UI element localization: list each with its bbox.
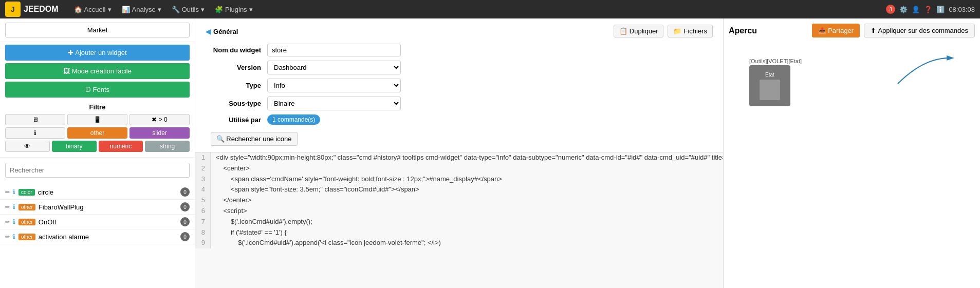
nav-analyse[interactable]: 📊 Analyse ▾	[117, 0, 167, 18]
filter-row-3: 👁 binary numeric string	[5, 141, 190, 152]
list-item[interactable]: ✏ ℹ other FibaroWallPlug 0	[0, 200, 195, 215]
apercu-section: Apercu 📤 Partager ⬆ Appliquer sur des co…	[723, 18, 980, 288]
edit-icon: ✏	[5, 234, 10, 240]
line-code: <span class='cmdName' style="font-weight…	[211, 174, 502, 185]
nav-outils[interactable]: 🔧 Outils ▾	[167, 0, 210, 18]
widget-name-label: Nom du widget	[206, 46, 267, 54]
line-code: $('.iconCmd#uid#').append('<i class="ico…	[211, 238, 441, 248]
help-icon[interactable]: ❓	[924, 6, 932, 13]
general-actions: 📋 Dupliquer 📁 Fichiers	[614, 25, 713, 37]
widget-tooltip: [Outils][VOLET][Etat]	[749, 58, 802, 64]
market-section: Market	[0, 18, 195, 42]
widget-name: circle	[38, 188, 53, 196]
general-header: ◀ Général 📋 Dupliquer 📁 Fichiers	[206, 25, 713, 37]
code-line: 2 <center>	[195, 163, 723, 174]
widget-count: 0	[180, 187, 190, 197]
code-line: 3 <span class='cmdName' style="font-weig…	[195, 174, 723, 185]
commands-badge[interactable]: 1 commande(s)	[267, 114, 320, 125]
line-number: 5	[195, 195, 211, 206]
info-circle-icon: ℹ	[13, 203, 15, 210]
subtype-row: Sous-type Binaire	[206, 97, 713, 110]
search-input[interactable]	[5, 163, 190, 178]
line-number: 7	[195, 217, 211, 227]
fonts-icon: 𝔻	[85, 86, 91, 93]
general-section: ◀ Général 📋 Dupliquer 📁 Fichiers Nom du …	[195, 18, 723, 152]
widget-preview: [Outils][VOLET][Etat] Etat	[749, 58, 802, 106]
filter-numeric[interactable]: numeric	[99, 141, 143, 152]
line-number: 3	[195, 174, 211, 185]
filter-section: Filtre 🖥 📱 ✖ > 0 ℹ other slider 👁 binary…	[0, 100, 195, 158]
type-select[interactable]: Info	[267, 79, 401, 92]
main-layout: Market ✚ Ajouter un widget 🖼 Mode créati…	[0, 18, 980, 288]
used-by-row: Utilisé par 1 commande(s)	[206, 114, 713, 125]
folder-icon: 📁	[673, 27, 681, 35]
filter-info[interactable]: ℹ	[5, 127, 65, 139]
apply-button[interactable]: ⬆ Appliquer sur des commandes	[864, 24, 975, 37]
tag-other: other	[19, 219, 35, 225]
line-number: 4	[195, 184, 211, 195]
version-select[interactable]: Dashboard	[267, 61, 401, 74]
tag-other: other	[19, 234, 35, 240]
type-row: Type Info	[206, 79, 713, 92]
edit-icon: ✏	[5, 219, 10, 225]
easy-mode-button[interactable]: 🖼 Mode création facile	[5, 63, 190, 79]
widget-box: Etat	[749, 65, 790, 106]
brand-label: JEEDOM	[24, 5, 59, 14]
settings-icon[interactable]: ⚙️	[899, 6, 908, 13]
list-item[interactable]: ✏ ℹ color circle 0	[0, 185, 195, 200]
filter-slider[interactable]: slider	[130, 127, 190, 139]
line-number: 2	[195, 163, 211, 174]
filter-other[interactable]: other	[67, 127, 127, 139]
filter-title: Filtre	[5, 103, 190, 111]
line-code: if ('#state#' == '1') {	[211, 227, 287, 238]
line-code: <div style="width:90px;min-height:80px;"…	[211, 152, 723, 163]
line-number: 9	[195, 238, 211, 248]
line-code: <span style="font-size: 3.5em;" class="i…	[211, 184, 419, 195]
filter-mobile[interactable]: 📱	[67, 114, 127, 125]
copy-icon: 📋	[619, 27, 627, 35]
user-icon[interactable]: 👤	[912, 6, 920, 13]
filter-row-1: 🖥 📱 ✖ > 0	[5, 114, 190, 125]
info-circle-icon: ℹ	[13, 233, 15, 240]
subtype-select[interactable]: Binaire	[267, 97, 401, 110]
version-label: Version	[206, 64, 267, 71]
info-icon[interactable]: ℹ️	[936, 6, 945, 13]
line-code: </center>	[211, 195, 251, 206]
code-section: 1<div style="width:90px;min-height:80px;…	[195, 152, 723, 288]
type-label: Type	[206, 82, 267, 89]
duplicate-button[interactable]: 📋 Dupliquer	[614, 25, 664, 37]
widget-inner-box	[760, 80, 780, 100]
list-item[interactable]: ✏ ℹ other OnOff 0	[0, 215, 195, 229]
filter-binary[interactable]: binary	[52, 141, 97, 152]
search-icon-button[interactable]: 🔍 Rechercher une icone	[211, 132, 298, 146]
line-code: <center>	[211, 163, 250, 174]
files-button[interactable]: 📁 Fichiers	[668, 25, 713, 37]
filter-eye[interactable]: 👁	[5, 141, 50, 152]
nav-plugins[interactable]: 🧩 Plugins ▾	[210, 0, 258, 18]
add-widget-button[interactable]: ✚ Ajouter un widget	[5, 45, 190, 61]
clock: 08:03:08	[949, 6, 975, 13]
filter-string[interactable]: string	[145, 141, 190, 152]
code-line: 9 $('.iconCmd#uid#').append('<i class="i…	[195, 238, 723, 248]
widget-list: ✏ ℹ color circle 0 ✏ ℹ other FibaroWallP…	[0, 183, 195, 246]
filter-row-2: ℹ other slider	[5, 127, 190, 139]
widget-name-input[interactable]	[267, 44, 401, 56]
edit-icon: ✏	[5, 204, 10, 210]
filter-x-filter[interactable]: ✖ > 0	[130, 114, 190, 125]
code-line: 5 </center>	[195, 195, 723, 206]
widget-state-label: Etat	[765, 72, 774, 78]
share-button[interactable]: 📤 Partager	[812, 24, 860, 37]
code-editor[interactable]: 1<div style="width:90px;min-height:80px;…	[195, 152, 723, 248]
line-code: <script>	[211, 206, 247, 217]
share-icon: 📤	[818, 27, 826, 34]
market-button[interactable]: Market	[5, 23, 190, 37]
widget-count: 0	[180, 232, 190, 241]
notification-badge[interactable]: 3	[886, 5, 895, 14]
tag-other: other	[19, 204, 35, 210]
filter-monitor[interactable]: 🖥	[5, 114, 65, 125]
info-circle-icon: ℹ	[13, 218, 15, 225]
fonts-button[interactable]: 𝔻 Fonts	[5, 82, 190, 98]
list-item[interactable]: ✏ ℹ other activation alarme 0	[0, 229, 195, 244]
apercu-content: [Outils][VOLET][Etat] Etat	[729, 43, 975, 111]
nav-accueil[interactable]: 🏠 Accueil ▾	[69, 0, 117, 18]
